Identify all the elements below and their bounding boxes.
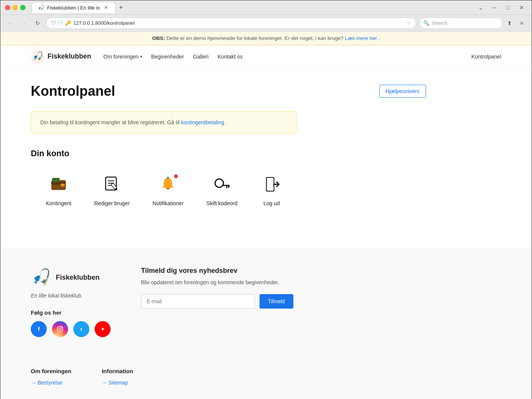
nav-kontakt[interactable]: Kontakt os [218, 54, 243, 60]
tab-close-button[interactable]: ✕ [103, 5, 109, 11]
search-icon: 🔍 [423, 20, 429, 26]
footer-bestyrelse-link[interactable]: → Bestyrelse [31, 380, 71, 386]
twitter-link[interactable]: t [73, 321, 89, 337]
rediger-bruger-label: Rediger bruger [94, 200, 130, 206]
forward-button[interactable]: → [19, 18, 29, 28]
share-button[interactable]: ⬆ [504, 18, 515, 28]
nav-om-label: Om foreningen [103, 54, 139, 60]
nav-galleri-label: Galleri [193, 54, 208, 60]
youtube-link[interactable] [95, 321, 111, 337]
skift-kodeord-icon-circle [211, 173, 233, 196]
facebook-link[interactable]: f [31, 321, 47, 337]
rediger-bruger-item[interactable]: Rediger bruger [94, 173, 130, 206]
footer-brand-name: Fiskeklubben [56, 274, 100, 282]
minimize-button[interactable] [13, 5, 18, 10]
facebook-icon: f [35, 325, 43, 333]
tab-list-button[interactable]: ⌄ [475, 2, 486, 13]
svg-point-5 [62, 184, 64, 186]
help-button[interactable]: Hjælpeunivers [379, 85, 426, 98]
nav-begivenheder[interactable]: Begivenheder [151, 54, 184, 60]
wallet-icon [49, 175, 68, 194]
instagram-link[interactable] [52, 321, 68, 337]
banner-suffix: . [378, 35, 380, 41]
window-close-btn[interactable]: ✕ [516, 2, 527, 13]
page-content: OBS: Dette er en demo hjemmeside for lok… [0, 32, 532, 399]
newsletter-desc: Bliv opdateret om foreningen og kommende… [141, 279, 501, 287]
footer-logo: 🎣 Fiskeklubben [31, 267, 111, 288]
window-restore-btn[interactable]: □ [503, 2, 513, 13]
footer-col-om-title: Om foreningen [31, 368, 71, 374]
search-bar[interactable]: 🔍 Search [419, 17, 503, 29]
svg-text:🎣: 🎣 [33, 51, 43, 61]
key-icon [212, 175, 231, 194]
footer-sitemap-link[interactable]: → Sitemap [102, 380, 133, 386]
footer-top: 🎣 Fiskeklubben En lille lokal fiskeklub.… [31, 267, 501, 337]
kontingent-icon-circle [47, 173, 70, 196]
address-bar[interactable]: 🛡 📄 🔑 127.0.0.1:8000/kontrolpanel ☆ [46, 17, 416, 29]
page-header: Kontrolpanel Hjælpeunivers [31, 83, 426, 99]
newsletter-form: Tilmeld [141, 294, 501, 309]
svg-text:t: t [81, 326, 82, 332]
maximize-button[interactable] [20, 5, 25, 10]
nav-kontakt-label: Kontakt os [218, 54, 243, 60]
new-tab-button[interactable]: + [116, 2, 126, 13]
browser-titlebar: 🎣 Fiskeklubben | En lille lo ✕ + ⌄ ─ □ ✕ [0, 0, 532, 15]
bookmark-star[interactable]: ☆ [407, 20, 411, 26]
nav-kontrolpanel-link[interactable]: Kontrolpanel [471, 54, 501, 60]
log-ud-item[interactable]: Log ud [260, 173, 283, 206]
footer-bottom: Om foreningen → Bestyrelse Information →… [31, 355, 501, 389]
subscribe-button[interactable]: Tilmeld [260, 294, 293, 309]
menu-button[interactable]: ≡ [516, 18, 527, 28]
nav-om-foreningen[interactable]: Om foreningen ▾ [103, 54, 142, 60]
svg-point-16 [215, 179, 223, 187]
account-icons: Kontingent [31, 169, 426, 210]
kontingent-item[interactable]: Kontingent [46, 173, 71, 206]
warning-text: Din betaling til kontingent mangler at b… [40, 119, 180, 125]
footer-col-information: Information → Sitemap [102, 368, 133, 389]
tab-bar: 🎣 Fiskeklubben | En lille lo ✕ + [32, 2, 126, 13]
youtube-icon [99, 325, 106, 333]
rediger-icon-circle [101, 173, 124, 196]
banner-link[interactable]: Læs mere her [345, 35, 377, 41]
toolbar-right: 🔍 Search ⬆ ≡ [419, 17, 527, 29]
obs-label: OBS: [152, 35, 165, 41]
footer-tagline: En lille lokal fiskeklub. [31, 293, 111, 299]
nav-logo[interactable]: 🎣 Fiskeklubben [31, 50, 91, 63]
log-ud-icon-circle [260, 173, 283, 196]
footer-col-info-title: Information [102, 368, 133, 374]
svg-rect-21 [267, 178, 274, 191]
svg-text:🎣: 🎣 [32, 268, 51, 286]
shield-icon: 🛡 [51, 20, 56, 26]
log-ud-label: Log ud [263, 200, 280, 206]
url-display[interactable]: 127.0.0.1:8000/kontrolpanel [73, 20, 404, 26]
security-icons: 🛡 📄 🔑 [51, 20, 71, 26]
close-button[interactable] [5, 5, 10, 10]
footer-logo-icon: 🎣 [31, 267, 52, 288]
notifikationer-item[interactable]: Notifikationer [152, 173, 184, 206]
banner-text: Dette er en demo hjemmeside for lokale f… [166, 35, 344, 41]
nav-galleri[interactable]: Galleri [193, 54, 208, 60]
site-nav: 🎣 Fiskeklubben Om foreningen ▾ Begivenhe… [0, 45, 532, 68]
window-minimize-btn[interactable]: ─ [489, 2, 500, 13]
warning-link[interactable]: kontingentbetaling [181, 119, 224, 125]
page-title: Kontrolpanel [31, 83, 115, 99]
search-placeholder: Search [432, 20, 447, 26]
email-input[interactable] [141, 294, 255, 309]
nav-begivenheder-label: Begivenheder [151, 54, 184, 60]
logo-icon: 🎣 [31, 50, 44, 63]
section-title: Din konto [31, 149, 426, 158]
warning-box: Din betaling til kontingent mangler at b… [31, 111, 297, 133]
active-tab[interactable]: 🎣 Fiskeklubben | En lille lo ✕ [32, 2, 116, 13]
social-icons: f [31, 321, 111, 337]
skift-kodeord-label: Skift kodeord [206, 200, 238, 206]
skift-kodeord-item[interactable]: Skift kodeord [206, 173, 238, 206]
footer-col-om-foreningen: Om foreningen → Bestyrelse [31, 368, 71, 389]
reload-button[interactable]: ↻ [32, 18, 43, 28]
key-icon: 🔑 [65, 20, 71, 26]
site-footer: 🎣 Fiskeklubben En lille lokal fiskeklub.… [0, 248, 532, 399]
notifikationer-label: Notifikationer [152, 200, 184, 206]
logo-text: Fiskeklubben [48, 52, 91, 60]
back-button[interactable]: ← [5, 18, 16, 28]
newsletter-title: Tilmeld dig vores nyhedsbrev [141, 267, 501, 275]
svg-point-26 [59, 328, 62, 331]
